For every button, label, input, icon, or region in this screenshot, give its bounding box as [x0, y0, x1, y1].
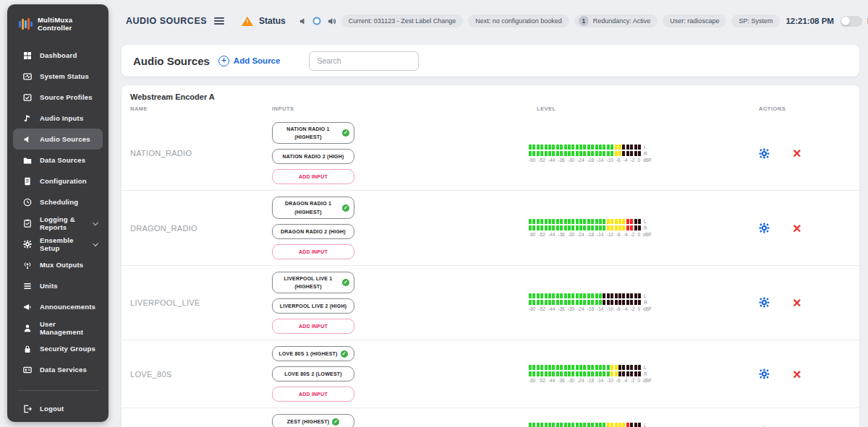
settings-gear-icon[interactable] [759, 368, 770, 379]
sidebar-item-units[interactable]: Units [13, 275, 103, 296]
add-input-button[interactable]: ADD INPUT [272, 387, 354, 402]
meter-segment [626, 371, 629, 376]
settings-gear-icon[interactable] [759, 148, 770, 159]
scale-tick: 0 [637, 378, 640, 383]
sidebar-item-scheduling[interactable]: Scheduling [13, 191, 103, 212]
sidebar-item-label: Source Profiles [40, 93, 93, 101]
input-button[interactable]: LOVE 80S 2 (LOWEST) [272, 366, 354, 381]
volume-slider-knob[interactable] [312, 17, 320, 25]
input-button[interactable]: DRAGON RADIO 1 (HIGHEST)✓ [272, 197, 354, 218]
scale-tick: -18 [587, 158, 594, 163]
input-button[interactable]: ZEST (HIGHEST)✓ [272, 414, 354, 427]
meter-segment [615, 219, 618, 224]
scale-tick: -2 [631, 306, 635, 311]
delete-icon[interactable]: × [793, 297, 801, 309]
meter-segment [571, 423, 574, 427]
check-icon: ✓ [342, 129, 349, 137]
settings-gear-icon[interactable] [759, 223, 770, 233]
meter-segment [548, 365, 551, 370]
input-button-label: LOVE 80S 1 (HIGHEST) [278, 350, 337, 358]
meter-segment [626, 293, 629, 298]
delete-icon[interactable]: × [793, 368, 801, 380]
meter-segment [630, 423, 633, 427]
meter-segment [552, 423, 555, 427]
scale-tick: 0 [637, 158, 640, 163]
meter-segment [595, 145, 598, 150]
delete-icon[interactable]: × [793, 147, 801, 159]
meter-segment [618, 365, 621, 370]
meter-segment [618, 371, 621, 376]
add-source-button[interactable]: Add Source [218, 56, 281, 66]
input-button[interactable]: NATION RADIO 1 (HIGHEST)✓ [272, 122, 354, 144]
meter-segment [610, 371, 613, 376]
meter-segment [548, 219, 551, 224]
input-button[interactable]: DRAGON RADIO 2 (HIGH) [272, 224, 354, 239]
sidebar-item-logging-reports[interactable]: Logging & Reports [13, 212, 103, 233]
scale-tick: -36 [558, 232, 564, 237]
channel-label: R [644, 371, 647, 376]
sidebar-item-user-management[interactable]: User Management [13, 317, 103, 338]
sidebar-item-mux-outputs[interactable]: Mux Outputs [13, 254, 103, 275]
meter-segment [607, 423, 610, 427]
column-header-inputs: INPUTS [272, 105, 529, 112]
sidebar-item-announcements[interactable]: Announcements [13, 296, 103, 317]
meter-segment [548, 225, 551, 230]
meter-segment [587, 225, 590, 230]
meter-segment [556, 145, 559, 150]
sidebar-item-system-status[interactable]: System Status [13, 66, 103, 87]
sidebar-item-logout[interactable]: Logout [13, 398, 103, 419]
input-button[interactable]: LIVERPOOL LIVE 2 (HIGH) [272, 298, 354, 314]
sidebar-item-label: Logging & Reports [40, 215, 85, 231]
scale-tick: -6 [616, 306, 621, 311]
volume-high-icon[interactable] [327, 17, 336, 26]
meter-segment [571, 300, 574, 305]
sidebar-item-dashboard[interactable]: Dashboard [13, 45, 103, 66]
meter-segment [599, 423, 602, 427]
add-input-button[interactable]: ADD INPUT [272, 244, 354, 259]
volume-low-icon[interactable] [299, 17, 308, 26]
meter-segment [540, 300, 543, 305]
meter-segment [610, 219, 613, 224]
meter-segment [610, 423, 613, 427]
sidebar-item-data-services[interactable]: Data Services [13, 359, 103, 380]
meter-segment [564, 151, 567, 156]
sidebar-item-label: Dashboard [40, 51, 77, 59]
meter-segment [638, 371, 641, 376]
menu-icon[interactable] [214, 17, 224, 25]
search-input[interactable] [309, 51, 419, 71]
meter-segment [622, 225, 625, 230]
scale-tick: -52 [538, 232, 545, 237]
meter-segment [607, 293, 610, 298]
channel-label: R [644, 225, 647, 230]
meter-segment [626, 219, 629, 224]
meter-segment [545, 145, 548, 150]
input-button[interactable]: LOVE 80S 1 (HIGHEST)✓ [272, 346, 354, 361]
sidebar-item-source-profiles[interactable]: Source Profiles [13, 87, 103, 108]
meter-segment [599, 371, 602, 376]
sidebar-item-audio-sources[interactable]: Audio Sources [13, 129, 103, 150]
input-button[interactable]: NATION RADIO 2 (HIGH) [272, 149, 354, 164]
sidebar-item-ensemble-setup[interactable]: Ensemble Setup [13, 233, 103, 254]
input-button[interactable]: LIVERPOOL LIVE 1 (HIGHEST)✓ [272, 272, 354, 293]
delete-icon[interactable]: × [793, 223, 801, 234]
meter-segment [548, 300, 551, 305]
scale-tick: -44 [548, 378, 555, 383]
sidebar-item-data-sources[interactable]: Data Sources [13, 150, 103, 171]
sidebar-item-audio-inputs[interactable]: Audio Inputs [13, 108, 103, 129]
settings-gear-icon[interactable] [759, 297, 770, 308]
dark-mode-toggle[interactable] [841, 16, 862, 27]
sidebar-item-security-groups[interactable]: Security Groups [13, 338, 103, 359]
add-input-button[interactable]: ADD INPUT [272, 169, 354, 184]
meter-segment [576, 151, 579, 156]
meter-segment [579, 225, 582, 230]
scale-tick: -24 [577, 306, 584, 311]
scale-tick: -4 [624, 378, 628, 383]
table-body: NATION_RADIONATION RADIO 1 (HIGHEST)✓NAT… [122, 116, 859, 427]
add-input-button[interactable]: ADD INPUT [272, 319, 354, 334]
meter-segment [556, 293, 559, 298]
scale-tick: -24 [577, 232, 584, 237]
sidebar-item-label: Audio Inputs [40, 114, 83, 122]
sidebar-item-configuration[interactable]: Configuration [13, 171, 103, 191]
meter-segment [591, 300, 594, 305]
inputs-cell: NATION RADIO 1 (HIGHEST)✓NATION RADIO 2 … [272, 122, 529, 184]
